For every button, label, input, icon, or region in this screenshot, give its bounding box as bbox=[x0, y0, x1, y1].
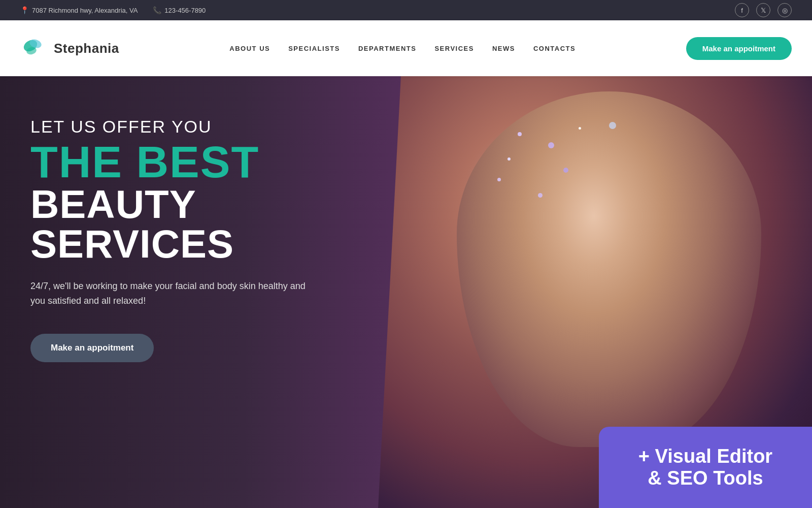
ve-badge: + Visual Editor & SEO Tools bbox=[599, 427, 812, 508]
logo[interactable]: Stephania bbox=[20, 35, 119, 62]
hero-section: LET US OFFER YOU THE BEST BEAUTY SERVICE… bbox=[0, 76, 812, 508]
topbar: 7087 Richmond hwy, Alexandria, VA 123-45… bbox=[0, 0, 812, 20]
logo-icon bbox=[20, 35, 48, 62]
nav-specialists[interactable]: SPECIALISTS bbox=[288, 45, 340, 52]
main-nav: ABOUT US SPECIALISTS DEPARTMENTS SERVICE… bbox=[229, 45, 576, 52]
nav-about-us[interactable]: ABOUT US bbox=[229, 45, 270, 52]
hero-title-teal: THE BEST bbox=[30, 140, 376, 184]
nav-departments[interactable]: DEPARTMENTS bbox=[358, 45, 416, 52]
phone-icon bbox=[153, 6, 161, 14]
nav-contacts[interactable]: CONTACTS bbox=[533, 45, 576, 52]
hero-cta-button[interactable]: Make an appoitment bbox=[30, 334, 154, 362]
logo-text: Stephania bbox=[54, 41, 119, 56]
topbar-social: f 𝕏 ◎ bbox=[735, 3, 792, 17]
hero-description: 24/7, we'll be working to make your faci… bbox=[30, 279, 315, 308]
topbar-phone: 123-456-7890 bbox=[153, 6, 206, 14]
header: Stephania ABOUT US SPECIALISTS DEPARTMEN… bbox=[0, 20, 812, 76]
hero-subtitle: LET US OFFER YOU bbox=[30, 117, 376, 137]
nav-news[interactable]: NEWS bbox=[492, 45, 515, 52]
location-icon bbox=[20, 6, 29, 14]
header-cta-button[interactable]: Make an appoitment bbox=[686, 37, 792, 60]
ve-badge-line2: & SEO Tools bbox=[648, 467, 763, 489]
nav-services[interactable]: SERVICES bbox=[434, 45, 474, 52]
twitter-icon[interactable]: 𝕏 bbox=[756, 3, 770, 17]
phone-text: 123-456-7890 bbox=[164, 7, 206, 14]
topbar-address: 7087 Richmond hwy, Alexandria, VA bbox=[20, 6, 138, 14]
facebook-icon[interactable]: f bbox=[735, 3, 749, 17]
hero-content: LET US OFFER YOU THE BEST BEAUTY SERVICE… bbox=[30, 117, 376, 362]
ve-badge-line1: + Visual Editor bbox=[638, 446, 772, 467]
instagram-icon[interactable]: ◎ bbox=[777, 3, 792, 17]
hero-title-white: BEAUTY SERVICES bbox=[30, 184, 376, 264]
hero-portrait bbox=[457, 91, 761, 447]
topbar-contact-info: 7087 Richmond hwy, Alexandria, VA 123-45… bbox=[20, 6, 206, 14]
address-text: 7087 Richmond hwy, Alexandria, VA bbox=[32, 7, 138, 14]
